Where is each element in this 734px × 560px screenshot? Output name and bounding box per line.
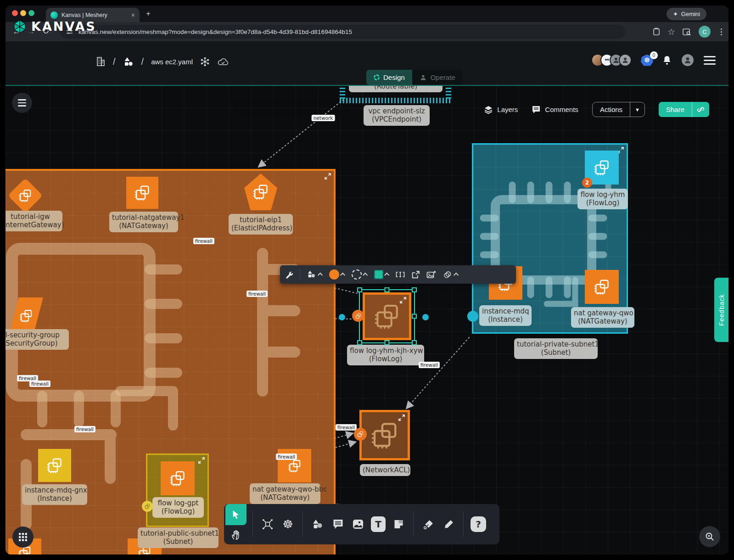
network-acl-badge[interactable] <box>354 428 367 441</box>
draw-tool-button[interactable] <box>438 514 459 534</box>
collapse-icon[interactable] <box>198 457 205 464</box>
pan-tool-button[interactable] <box>231 525 241 544</box>
resize-handle-ne[interactable] <box>412 287 417 292</box>
shapes-tool-button[interactable] <box>308 514 328 534</box>
border-style-button[interactable] <box>352 269 368 280</box>
collaborator-avatars[interactable] <box>591 54 632 67</box>
kanvas-logo[interactable]: KANVAS <box>13 19 96 34</box>
components-tool-button[interactable] <box>258 514 278 534</box>
rename-icon[interactable] <box>396 270 405 279</box>
background-style-button[interactable] <box>374 270 389 279</box>
collapse-icon[interactable] <box>400 297 406 303</box>
port-right[interactable] <box>422 314 429 320</box>
comments-button[interactable]: Comments <box>532 105 578 114</box>
chevron-up-icon[interactable] <box>318 273 323 278</box>
tab-close-icon[interactable]: × <box>131 11 135 19</box>
new-tab-button[interactable]: + <box>146 9 151 18</box>
tab-operate[interactable]: Operate <box>412 70 463 85</box>
private-subnet-label[interactable]: tutorial-private-subnet1(Subnet) <box>514 338 598 359</box>
canvas-menu-button[interactable] <box>12 93 32 113</box>
node-flowlog-gpt[interactable] <box>161 461 195 495</box>
instance-mdq-label[interactable]: instance-mdq(Instance) <box>479 305 532 326</box>
node-network-acl[interactable] <box>359 410 410 460</box>
chevron-up-icon[interactable] <box>340 273 345 278</box>
chevron-up-icon[interactable] <box>384 273 389 278</box>
resize-handle-nw[interactable] <box>357 287 362 292</box>
selected-node-badge[interactable] <box>352 310 364 322</box>
shapes-tool-button[interactable] <box>307 270 323 279</box>
igw-label[interactable]: tutorial-igw(InternetGateway) <box>6 211 62 231</box>
window-minimize-button[interactable] <box>20 10 26 16</box>
nat-bbc-label[interactable]: nat gateway-qwo-bbc(NATGateway) <box>250 483 320 504</box>
browser-profile-avatar[interactable]: C <box>699 26 711 38</box>
resize-handle-se[interactable] <box>412 340 417 345</box>
configure-wrench-icon[interactable] <box>285 270 293 279</box>
add-image-icon[interactable] <box>426 270 436 279</box>
flowlog-gpt-label[interactable]: flow log-gpt(FlowLog) <box>152 497 204 518</box>
security-group-label[interactable]: al-security-group(SecurityGroup) <box>6 329 69 350</box>
collapse-icon[interactable] <box>398 414 405 421</box>
kubernetes-tool-button[interactable]: ☸ <box>278 514 298 534</box>
organization-icon[interactable] <box>95 56 106 67</box>
actions-dropdown-caret[interactable]: ▼ <box>630 102 644 117</box>
group-style-button[interactable] <box>443 270 459 279</box>
share-button[interactable]: Share <box>659 102 709 117</box>
flowlog-yhm-label[interactable]: flow log-yhm(FlowLog) <box>577 189 628 209</box>
designs-icon[interactable] <box>123 56 134 67</box>
chevron-up-icon[interactable] <box>363 273 368 278</box>
text-tool-button[interactable]: T <box>368 514 388 534</box>
instance-gnx-label[interactable]: instance-mdq-gnx(Instance) <box>22 484 87 505</box>
subnet-edge-port[interactable] <box>467 311 478 322</box>
cloud-status-icon[interactable] <box>217 57 229 66</box>
vpc-endpoint-label[interactable]: vpc endpoint-slz(VPCEndpoint) <box>364 105 430 126</box>
url-bar[interactable]: kanvas.new/extension/meshmap?mode=design… <box>60 25 625 39</box>
app-menu-icon[interactable] <box>704 56 716 65</box>
note-tool-button[interactable] <box>388 514 409 534</box>
edge-tool-button[interactable] <box>418 514 438 534</box>
user-avatar[interactable] <box>681 53 695 67</box>
browser-menu-icon[interactable] <box>721 31 722 33</box>
port-left[interactable] <box>339 314 345 320</box>
save-icon[interactable] <box>653 28 660 36</box>
layers-button[interactable]: Layers <box>484 105 518 114</box>
comment-tool-button[interactable] <box>328 514 348 534</box>
resize-handle-n[interactable] <box>385 287 390 292</box>
gemini-button[interactable]: ✦ Gemini <box>667 8 706 20</box>
resize-handle-s[interactable] <box>385 340 390 345</box>
node-instance-gnx[interactable] <box>38 449 71 482</box>
avatar-4[interactable] <box>619 54 632 67</box>
feedback-tab[interactable]: Feedback <box>714 278 728 342</box>
design-file-name[interactable]: aws ec2.yaml <box>151 58 193 66</box>
notifications-bell-icon[interactable] <box>662 55 672 65</box>
help-tool-button[interactable]: ? <box>468 514 488 534</box>
mesh-sync-icon[interactable] <box>200 57 210 67</box>
network-acl-label[interactable]: (NetworkACL) <box>360 464 410 476</box>
fill-color-button[interactable] <box>329 269 345 280</box>
public-subnet-label[interactable]: tutorial-public-subnet1(Subnet) <box>138 527 219 548</box>
copy-link-icon[interactable] <box>692 102 709 117</box>
collapse-icon[interactable] <box>325 173 331 179</box>
resize-handle-sw[interactable] <box>357 340 362 345</box>
actions-button[interactable]: Actions ▼ <box>592 102 645 117</box>
design-canvas[interactable]: (RouteTable) vpc endpoint-slz(VPCEndpoin… <box>6 86 728 554</box>
natgateway1-label[interactable]: tutorial-natgateway1(NATGateway) <box>109 212 178 232</box>
zoom-button[interactable] <box>699 526 720 547</box>
tab-search-icon[interactable] <box>683 28 691 36</box>
chevron-up-icon[interactable] <box>454 273 459 278</box>
resize-handle-e[interactable] <box>412 314 417 319</box>
flowlog-gpt-badge[interactable] <box>142 501 153 512</box>
eip1-label[interactable]: tutorial-eip1(ElasticIPAddress) <box>229 214 293 235</box>
node-flowlog-selected[interactable] <box>363 292 411 340</box>
media-tool-button[interactable] <box>348 514 368 534</box>
select-tool-button[interactable] <box>225 504 247 525</box>
open-in-new-icon[interactable] <box>411 270 420 279</box>
node-nat-qwo[interactable] <box>585 270 619 304</box>
node-nat-gateway-1[interactable] <box>126 177 158 209</box>
flowlog-yhm-badge[interactable]: 2 <box>582 178 592 188</box>
flowlog-selected-label[interactable]: flow log-yhm-kjh-xyw(FlowLog) <box>347 345 424 365</box>
kubernetes-context-button[interactable]: ☸ 0 <box>641 55 653 66</box>
bookmark-star-icon[interactable]: ☆ <box>667 27 675 37</box>
selected-node-frame[interactable] <box>359 289 415 343</box>
window-zoom-button[interactable] <box>28 10 34 16</box>
nat-qwo-label[interactable]: nat gateway-qwo(NATGateway) <box>571 307 634 328</box>
